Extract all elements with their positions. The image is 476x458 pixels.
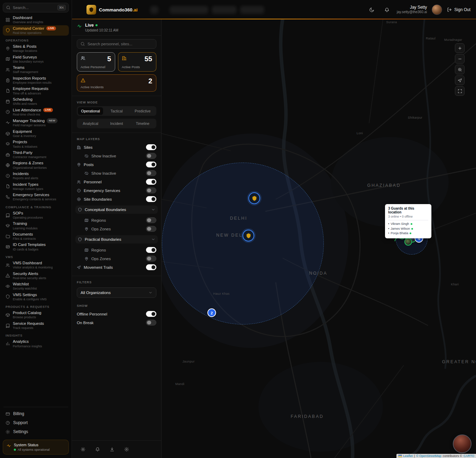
- download-icon: [110, 447, 115, 452]
- redacted-nav-pill[interactable]: [240, 6, 264, 14]
- sidebar-item-sops[interactable]: SOPs Operating procedures: [3, 210, 69, 221]
- stat-card-active-posts[interactable]: 55 Active Posts: [118, 52, 156, 72]
- gear-icon[interactable]: [121, 445, 132, 454]
- sun-icon[interactable]: [77, 445, 89, 454]
- stat-card-active-incidents[interactable]: 2 Active Incidents: [77, 74, 156, 92]
- layer-row-ops-zones: Ops Zones: [72, 254, 161, 263]
- toggle-posts[interactable]: [146, 162, 156, 167]
- sidebar-item-service-requests[interactable]: Service Requests Track requests: [3, 320, 69, 331]
- map-control-locate-icon[interactable]: [455, 75, 465, 85]
- toggle-ops-zones[interactable]: [146, 256, 156, 262]
- sidebar-item-emergency-services[interactable]: Emergency Services Emergency contacts & …: [3, 192, 69, 202]
- sidebar: ⌘K Dashboard Overview and insights Comma…: [0, 0, 72, 458]
- sidebar-item-third-party[interactable]: Third-Party Contractor management: [3, 149, 69, 160]
- brand[interactable]: Commando360.ai: [86, 5, 138, 15]
- layers-icon: [6, 142, 10, 146]
- layer-label: Regions: [91, 248, 106, 252]
- toggle-on-break[interactable]: [146, 320, 156, 326]
- map-user-avatar[interactable]: [453, 434, 472, 453]
- sidebar-search[interactable]: ⌘K: [3, 3, 69, 12]
- toggle-emergency-services[interactable]: [146, 187, 156, 193]
- stat-card-active-personnel[interactable]: 5 Active Personnel: [77, 52, 115, 72]
- osm-link[interactable]: © OpenStreetMap: [416, 454, 441, 458]
- sidebar-item-incidents[interactable]: Incidents Reports and alerts: [3, 171, 69, 181]
- view-mode-incident[interactable]: Incident: [104, 120, 129, 127]
- carto-link[interactable]: CARTO: [464, 454, 474, 458]
- view-mode-analytical[interactable]: Analytical: [78, 120, 103, 127]
- view-mode-operational[interactable]: Operational: [78, 107, 103, 115]
- sidebar-item-sublabel: Shifts and rosters: [13, 102, 37, 106]
- panel-search-input[interactable]: [88, 42, 153, 46]
- theme-toggle-moon-icon[interactable]: [366, 4, 377, 15]
- layer-group-conceptual-boundaries[interactable]: Conceptual Boundaries: [75, 205, 158, 214]
- map-control-fullscreen-icon[interactable]: [455, 86, 465, 96]
- sidebar-item-vms-settings[interactable]: VMS Settings Enable & configure VMS: [3, 292, 69, 302]
- sidebar-search-input[interactable]: [13, 6, 55, 10]
- toggle-show-inactive[interactable]: [146, 153, 156, 159]
- toggle-regions[interactable]: [146, 247, 156, 253]
- sidebar-item-support[interactable]: Support: [3, 418, 69, 427]
- sidebar-item-sites-posts[interactable]: Sites & Posts Manage locations: [3, 43, 69, 54]
- user-avatar[interactable]: [432, 4, 442, 15]
- layer-group-practical-boundaries[interactable]: Practical Boundaries: [75, 235, 158, 244]
- sidebar-item-employee-requests[interactable]: Employee Requests Time off & advances: [3, 85, 69, 96]
- leaflet-link[interactable]: Leaflet: [403, 454, 413, 458]
- sign-out-button[interactable]: Sign Out: [447, 7, 470, 12]
- sidebar-item-field-surveys[interactable]: Field Surveys Site boundary surveys: [3, 54, 69, 65]
- sidebar-item-teams[interactable]: Teams Staff management: [3, 64, 69, 75]
- map[interactable]: DELHINEW DELHIGHAZIABADNOIDAFARIDABADGRE…: [162, 19, 476, 458]
- sidebar-item-watchlist[interactable]: Watchlist Security watchlist: [3, 281, 69, 292]
- sidebar-item-projects[interactable]: Projects Tasks & initiatives: [3, 139, 69, 149]
- sidebar-item-settings[interactable]: Settings: [3, 427, 69, 436]
- pin-icon: [77, 163, 81, 167]
- phone-icon: [6, 195, 10, 199]
- sidebar-item-training[interactable]: Training Learning modules: [3, 220, 69, 231]
- sidebar-item-analytics[interactable]: Analytics Performance insights: [3, 338, 69, 349]
- organization-filter-select[interactable]: All Organizations: [77, 287, 156, 298]
- notifications-bell-icon[interactable]: [382, 4, 392, 15]
- site-marker[interactable]: [242, 230, 254, 241]
- sidebar-item-regions-zones[interactable]: Regions & Zones Organizational territori…: [3, 160, 69, 171]
- redacted-nav-pill[interactable]: [212, 6, 237, 14]
- sidebar-item-id-card-templates[interactable]: ID Card Templates ID cards & badges: [3, 241, 69, 252]
- toggle-movement-trails[interactable]: [146, 264, 156, 270]
- sidebar-item-product-catalog[interactable]: Product Catalog Browse products: [3, 310, 69, 320]
- toggle-ops-zones[interactable]: [146, 226, 156, 232]
- sidebar-item-equipment[interactable]: Equipment Gear & inventory: [3, 128, 69, 139]
- logout-icon: [447, 7, 452, 12]
- redacted-nav-pill[interactable]: [170, 6, 208, 14]
- toggle-regions[interactable]: [146, 217, 156, 223]
- personnel-marker-count[interactable]: 2: [208, 309, 216, 317]
- site-marker[interactable]: [248, 192, 260, 204]
- sidebar-item-scheduling[interactable]: Scheduling Shifts and rosters: [3, 96, 69, 107]
- sidebar-item-vms-dashboard[interactable]: VMS Dashboard Visitor analytics & monito…: [3, 260, 69, 271]
- sidebar-item-dashboard[interactable]: Dashboard Overview and insights: [3, 15, 69, 25]
- view-mode-tactical[interactable]: Tactical: [104, 107, 129, 115]
- sidebar-item-incident-types[interactable]: Incident Types Manage custom types: [3, 181, 69, 192]
- map-control-minus-icon[interactable]: [455, 54, 465, 64]
- sidebar-item-command-center[interactable]: Command CenterLIVE Real-time operations: [3, 25, 69, 36]
- sidebar-item-manager-tracking[interactable]: Manager TrackingNEW Field manager sessio…: [3, 117, 69, 128]
- view-mode-timeline[interactable]: Timeline: [130, 120, 155, 127]
- bell-icon[interactable]: [92, 445, 103, 454]
- toggle-show-inactive[interactable]: [146, 170, 156, 176]
- sidebar-item-security-alerts[interactable]: Security Alerts Real-time security alert…: [3, 271, 69, 281]
- panel-search[interactable]: [77, 39, 156, 49]
- card-icon: [6, 412, 10, 416]
- toggle-personnel[interactable]: [146, 179, 156, 185]
- view-mode-predictive[interactable]: Predictive: [130, 107, 155, 115]
- redacted-nav-pill[interactable]: [150, 6, 158, 14]
- sidebar-item-label: Watchlist: [13, 282, 29, 286]
- toggle-site-boundaries[interactable]: [146, 196, 156, 202]
- sidebar-item-billing[interactable]: Billing: [3, 409, 69, 418]
- toggle-sites[interactable]: [146, 144, 156, 150]
- toggle-offline-personnel[interactable]: [146, 311, 156, 317]
- locate-icon: [458, 78, 462, 83]
- sidebar-item-documents[interactable]: Documents Files & contracts: [3, 231, 69, 242]
- map-control-zoom-in-icon[interactable]: [455, 65, 465, 74]
- map-control-plus-icon[interactable]: [455, 43, 465, 53]
- guard-avatar[interactable]: [404, 238, 412, 246]
- sidebar-item-inspection-reports[interactable]: Inspection Reports Employee inspection r…: [3, 75, 69, 86]
- download-icon[interactable]: [107, 445, 118, 454]
- sidebar-item-live-attendance[interactable]: Live AttendanceLIVE Real-time check-ins: [3, 107, 69, 118]
